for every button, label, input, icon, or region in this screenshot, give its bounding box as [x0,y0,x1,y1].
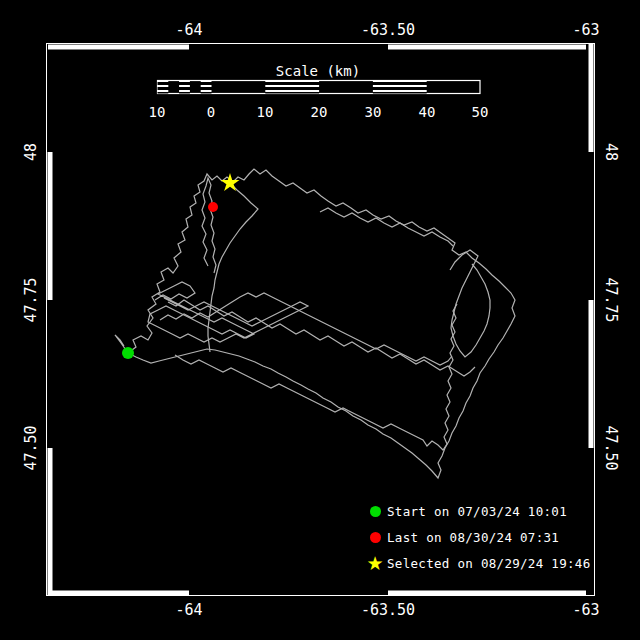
track-lines [115,169,515,478]
legend-item: Start on 07/03/24 10:01 [363,498,590,524]
legend-label: Selected on 08/29/24 19:46 [387,556,590,571]
dot-icon [363,506,387,517]
scale-bar-tick-label: 0 [207,104,215,120]
legend-label: Last on 08/30/24 07:31 [387,530,559,545]
legend-item: Last on 08/30/24 07:31 [363,524,590,550]
axis-label-left: 47.75 [22,277,40,322]
axis-label-bottom: -64 [175,601,202,619]
axis-label-right: 47.75 [602,277,620,322]
scale-bar-tick-label: 30 [365,104,382,120]
scale-bar-tick-label: 10 [149,104,166,120]
axis-label-top: -63 [572,21,599,39]
start-marker [122,347,134,359]
scale-bar-tick-label: 10 [257,104,274,120]
scale-bar-title: Scale (km) [276,63,360,79]
axis-label-left: 48 [22,143,40,161]
legend-label: Start on 07/03/24 10:01 [387,504,567,519]
star-icon: ★ [363,554,387,573]
axis-label-bottom: -63.50 [361,601,415,619]
axis-label-right: 47.50 [602,425,620,470]
track-segment [450,250,490,357]
track-segment [168,300,475,376]
track-segment [175,304,457,450]
track-segment [148,282,308,342]
scale-bar [158,81,481,94]
legend-item: ★Selected on 08/29/24 19:46 [363,550,590,576]
track-segment [202,178,216,273]
track-segment [160,293,452,365]
axis-label-right: 48 [602,143,620,161]
dot-icon [363,532,387,543]
track-segment [320,208,453,246]
scale-bar-tick-label: 50 [472,104,489,120]
scale-bar-tick-label: 40 [419,104,436,120]
tracking-map: -64-63.50-63-64-63.50-634847.7547.504847… [0,0,640,640]
selected-marker [221,173,240,191]
map-markers [122,173,240,359]
track-segment [128,169,515,478]
scale-bar-tick-label: 20 [311,104,328,120]
axis-label-top: -63.50 [361,21,415,39]
axis-label-left: 47.50 [22,425,40,470]
axis-label-bottom: -63 [572,601,599,619]
legend: Start on 07/03/24 10:01Last on 08/30/24 … [363,498,590,576]
last-marker [208,202,218,212]
axis-label-top: -64 [175,21,202,39]
